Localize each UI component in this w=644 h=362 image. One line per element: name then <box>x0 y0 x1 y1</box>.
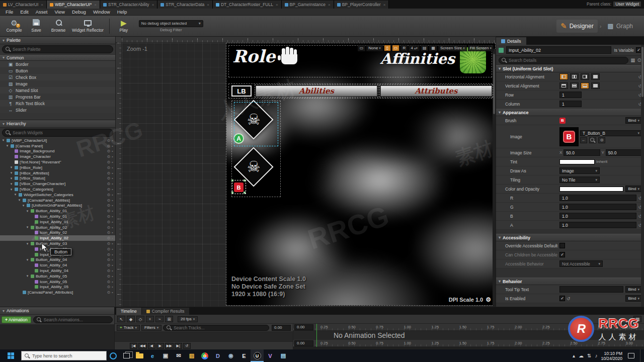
lock-icon[interactable]: ▪ <box>112 274 113 279</box>
hierarchy-row[interactable]: Icon_Ability_05 ⊙ ▪ <box>0 279 115 285</box>
jump-to-end-button[interactable]: ▶| <box>175 343 182 349</box>
channel-value-input[interactable]: 1.0 <box>559 195 636 201</box>
play-button[interactable]: ▶ <box>156 343 164 349</box>
fps-dropdown[interactable]: 20 fps <box>178 316 198 322</box>
cortana-button[interactable] <box>107 349 120 362</box>
grid-snap-icon[interactable]: ⊞ <box>165 316 173 322</box>
expand-arrow-icon[interactable]: ▾ <box>2 138 5 142</box>
visibility-eye-icon[interactable]: ⊙ <box>107 220 110 224</box>
visibility-eye-icon[interactable]: ⊙ <box>107 241 110 246</box>
lock-icon[interactable]: ▪ <box>112 252 113 257</box>
horizontal-align-right-button[interactable] <box>581 73 589 80</box>
menu-help[interactable]: Help <box>114 9 131 15</box>
close-icon[interactable]: × <box>152 3 154 7</box>
widget-preview[interactable]: ▭ None▾ ▯ ▭ R 4▴▾ ▤ ▦ Screen Size▾ Fill … <box>226 43 495 305</box>
taskbar-app-unreal-engine[interactable]: U <box>251 349 264 362</box>
palette-item[interactable]: ¶ Rich Text Block <box>0 100 115 107</box>
asset-tab[interactable]: LV_CharacterUI × <box>0 1 47 9</box>
expand-arrow-icon[interactable]: ▾ <box>18 198 21 202</box>
lock-icon[interactable]: ▪ <box>112 257 113 262</box>
taskbar-app-discord[interactable]: D <box>211 349 224 362</box>
lock-icon[interactable]: ▪ <box>112 220 113 224</box>
is-enabled-bind-button[interactable]: Bind <box>625 295 642 302</box>
channel-value-input[interactable]: 1.0 <box>559 222 636 228</box>
jump-to-start-button[interactable]: |◀ <box>130 343 137 349</box>
visibility-eye-icon[interactable]: ⊙ <box>107 290 110 295</box>
taskbar-app-epic-games[interactable]: E <box>237 349 251 362</box>
visibility-eye-icon[interactable]: ⊙ <box>107 193 110 197</box>
image-asset-dropdown[interactable]: T_Button_B <box>580 130 642 136</box>
track-search-input[interactable]: Search Tracks... <box>163 325 269 331</box>
menu-file[interactable]: File <box>2 9 17 15</box>
task-view-button[interactable] <box>120 349 133 362</box>
taskbar-app-steam[interactable]: ◉ <box>224 349 237 362</box>
curve-editor-icon[interactable]: ▦ <box>633 316 641 322</box>
widget-reflector-button[interactable]: Widget Reflector <box>69 17 106 36</box>
debug-object-dropdown[interactable]: No debug object selected <box>139 20 203 27</box>
asset-tab[interactable]: DT_CharacterRoster_FULL × <box>213 1 282 9</box>
vertical-align-fill-button[interactable] <box>591 82 600 89</box>
expand-arrow-icon[interactable]: ▾ <box>26 225 29 229</box>
property-matrix-icon[interactable]: ▦ <box>630 57 635 63</box>
palette-item[interactable]: ▥ Progress Bar <box>0 94 115 100</box>
taskbar-app-edge-browser[interactable]: e <box>146 349 159 362</box>
taskbar-app-photos[interactable]: ▨ <box>185 349 198 362</box>
add-animation-button[interactable]: +Animation <box>2 316 31 323</box>
save-button[interactable]: Save <box>25 17 47 36</box>
asset-tab[interactable]: BP_PlayerController × <box>334 1 389 9</box>
hierarchy-row[interactable]: ▾ Button_Ability_02 ⊙ ▪ <box>0 225 115 230</box>
vertical-align-bottom-button[interactable] <box>581 82 589 89</box>
use-selected-asset-icon[interactable]: ← <box>580 137 587 143</box>
visibility-eye-icon[interactable]: ⊙ <box>107 247 110 251</box>
lock-icon[interactable]: ▪ <box>112 214 113 219</box>
hierarchy-row[interactable]: ▾ WidgetSwitcher_Categories ⊙ ▪ <box>0 192 115 198</box>
accessibility-checkbox[interactable] <box>559 243 565 248</box>
section-accessibility[interactable]: ▾Accessibility <box>496 234 644 241</box>
asset-tab[interactable]: BP_GameInstance × <box>282 1 334 9</box>
ability-slot-1[interactable]: ☠ A <box>233 102 279 147</box>
palette-item[interactable]: ☑ Check Box <box>0 74 115 80</box>
visibility-eye-icon[interactable]: ⊙ <box>107 225 110 230</box>
loop-button[interactable]: ↺ <box>183 343 191 349</box>
hierarchy-row[interactable]: Input_Ability_02 ⊙ ▪ <box>0 235 115 241</box>
designer-canvas[interactable]: Zoom -1 ▭ None▾ ▯ ▭ R 4▴▾ ▤ ▦ Screen Siz… <box>122 43 496 307</box>
taskbar-clock[interactable]: 10:10 PM 10/24/2020 <box>601 351 622 361</box>
lock-icon[interactable]: ▪ <box>112 203 113 208</box>
palette-search-input[interactable]: Search Palette <box>2 45 113 53</box>
row-value-input[interactable]: 1 <box>559 92 582 98</box>
widget-name-field[interactable]: Input_Ability_02 <box>506 46 611 54</box>
expand-arrow-icon[interactable]: ▾ <box>10 182 13 186</box>
asset-tab[interactable]: WBP_CharacterUI* × <box>47 1 100 9</box>
lock-icon[interactable]: ▪ <box>112 280 113 284</box>
is-enabled-checkbox[interactable] <box>559 296 565 301</box>
lock-icon[interactable]: ▪ <box>112 138 113 143</box>
lock-icon[interactable]: ▪ <box>112 225 113 230</box>
lock-icon[interactable]: ▪ <box>112 198 113 203</box>
play-reverse-button[interactable]: ◀ <box>148 343 155 349</box>
hierarchy-row[interactable]: Icon_Ability_04 ⊙ ▪ <box>0 262 115 268</box>
asset-tab[interactable]: STR_CharacterAbility × <box>100 1 157 9</box>
hierarchy-row[interactable]: Input_Ability_05 ⊙ ▪ <box>0 285 115 290</box>
visibility-eye-icon[interactable]: ⊙ <box>107 236 110 240</box>
hierarchy-panel-header[interactable]: ▾Hierarchy <box>0 120 115 128</box>
animations-search-input[interactable]: Search Animations... <box>33 316 113 323</box>
column-value-input[interactable]: 1 <box>559 101 582 107</box>
tab-details[interactable]: Details <box>496 37 526 45</box>
expand-arrow-icon[interactable]: ▾ <box>10 176 13 180</box>
start-button[interactable] <box>0 349 21 362</box>
animations-panel-header[interactable]: ▾Animations <box>0 307 114 315</box>
close-icon[interactable]: × <box>328 3 331 7</box>
hierarchy-row[interactable]: ▾ [WBP_CharacterUI] ⊙ ▪ <box>0 138 115 143</box>
safe-zone-icon[interactable]: ▤ <box>421 45 429 51</box>
expand-arrow-icon[interactable]: ▾ <box>26 274 29 278</box>
pick-asset-icon[interactable]: ⊙ <box>598 137 605 143</box>
section-appearance[interactable]: ▾Appearance <box>496 109 644 116</box>
lock-icon[interactable]: ▪ <box>112 154 113 159</box>
lock-icon[interactable]: ▪ <box>112 165 113 170</box>
taskbar-app-notepad[interactable]: ▤ <box>277 349 290 362</box>
visibility-eye-icon[interactable]: ⊙ <box>107 176 110 180</box>
hierarchy-row[interactable]: Icon_Ability_02 ⊙ ▪ <box>0 230 115 236</box>
tint-color-swatch[interactable] <box>559 159 595 164</box>
visibility-eye-icon[interactable]: ⊙ <box>107 280 110 284</box>
expand-arrow-icon[interactable]: ▾ <box>10 165 13 169</box>
